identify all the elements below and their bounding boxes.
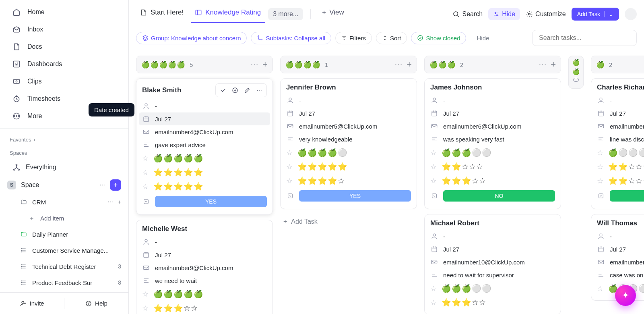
- list-label: Technical Debt Register: [32, 263, 96, 270]
- date-row[interactable]: Jul 27: [430, 243, 555, 256]
- filters-chip[interactable]: Filters: [335, 32, 372, 44]
- more-icon[interactable]: ⋯ +: [107, 199, 128, 205]
- hide-button[interactable]: Hide: [488, 8, 520, 20]
- customize-button[interactable]: Customize: [526, 10, 566, 18]
- task-card[interactable]: Blake Smith ⋯ - Jul 27 emailnumber4@Clic…: [136, 78, 273, 215]
- pin-icon: [140, 9, 147, 16]
- rating-value: 🍏🍏🍏⚪⚪: [442, 148, 492, 157]
- rating-row: ☆⭐⭐☆☆☆: [597, 160, 644, 174]
- add-task-button[interactable]: Add Task ⌄: [572, 8, 619, 21]
- search-button[interactable]: Search: [452, 10, 483, 18]
- email-value: emailnumber5@ClickUp.com: [299, 123, 411, 130]
- task-card[interactable]: Will Thomas - Jul 27 emailnumber8@ClickU…: [591, 214, 644, 301]
- nav-home[interactable]: Home: [2, 4, 126, 21]
- add-space-button[interactable]: +: [110, 179, 121, 191]
- note-value: gave expert advice: [155, 141, 267, 148]
- list-item[interactable]: Technical Debt Register3: [0, 258, 128, 274]
- svg-point-2: [16, 81, 17, 82]
- svg-point-18: [21, 282, 21, 283]
- star-icon: ☆: [142, 154, 149, 163]
- date-row[interactable]: Jul 27: [286, 107, 411, 120]
- status-badge: NO: [443, 190, 555, 202]
- subtasks-chip[interactable]: Subtasks: Collapse all: [251, 32, 331, 44]
- sort-chip[interactable]: Sort: [376, 32, 407, 44]
- task-card[interactable]: Charles Richards - Jul 27 emailnumber7@C…: [591, 78, 644, 209]
- help-button[interactable]: Help: [64, 300, 128, 307]
- hide-icon: [493, 11, 500, 17]
- svg-point-15: [21, 266, 21, 266]
- plus-icon[interactable]: +: [262, 59, 268, 70]
- fab-button[interactable]: ✦: [615, 285, 636, 306]
- more-icon[interactable]: ⋯: [99, 182, 105, 188]
- more-icon[interactable]: ⋯: [254, 85, 264, 95]
- sidebar: HomeInboxDocsDashboardsClipsTimesheetsMo…: [0, 0, 129, 314]
- date-row[interactable]: Jul 27: [597, 107, 644, 120]
- star-icon: ☆: [286, 177, 293, 185]
- add-icon[interactable]: [230, 85, 240, 95]
- more-views-button[interactable]: 3 more...: [268, 8, 303, 20]
- assignee-value: -: [299, 97, 411, 104]
- everything-item[interactable]: Everything: [2, 159, 126, 176]
- svg-rect-56: [598, 260, 604, 264]
- badge-row: NO: [430, 188, 555, 204]
- task-card[interactable]: Jennifer Brown - Jul 27 emailnumber5@Cli…: [280, 78, 417, 209]
- invite-button[interactable]: Invite: [0, 300, 64, 307]
- more-icon[interactable]: ⋯: [394, 60, 402, 69]
- card-title: Charles Richards: [597, 83, 644, 91]
- edit-icon[interactable]: [242, 85, 252, 95]
- chevron-right-icon: ›: [33, 137, 35, 143]
- svg-rect-51: [599, 111, 603, 116]
- avatar[interactable]: [625, 8, 637, 20]
- nav-inbox[interactable]: Inbox: [2, 21, 126, 38]
- task-card[interactable]: Michael Robert - Jul 27 emailnumber10@Cl…: [424, 214, 561, 314]
- add-view-button[interactable]: + View: [318, 5, 348, 23]
- space-item[interactable]: S Space ⋯ +: [0, 176, 128, 194]
- list-item[interactable]: Product Feedback Sur8: [0, 274, 128, 291]
- column-header[interactable]: 🍏🍏🍏🍏🍏 5 ⋯ +: [136, 56, 273, 73]
- column-header[interactable]: 🍏🍏🍏 2 ⋯ +: [424, 56, 561, 73]
- add-item-row[interactable]: + Add item: [0, 210, 128, 226]
- help-icon: [85, 300, 92, 307]
- date-row[interactable]: Jul 27: [430, 107, 555, 120]
- star-icon: ☆: [286, 162, 293, 171]
- date-row[interactable]: Jul 27: [597, 243, 644, 256]
- collapsed-column[interactable]: 🍏🍏: [568, 56, 584, 89]
- task-card[interactable]: James Johnson - Jul 27 emailnumber6@Clic…: [424, 78, 561, 209]
- add-task-row[interactable]: +Add Task: [280, 214, 417, 229]
- svg-point-7: [14, 113, 20, 119]
- column-header[interactable]: 🍏 2 ⋯ +: [591, 56, 644, 73]
- favorites-section[interactable]: Favorites ›: [0, 132, 128, 145]
- date-row[interactable]: Jul 27: [142, 248, 267, 261]
- hide-link[interactable]: Hide: [473, 32, 493, 44]
- svg-rect-48: [432, 247, 437, 252]
- more-icon[interactable]: ⋯: [250, 60, 258, 69]
- chevron-down-icon[interactable]: ⌄: [604, 11, 613, 17]
- nav-dashboards[interactable]: Dashboards: [2, 56, 126, 73]
- svg-point-43: [433, 98, 436, 100]
- more-icon[interactable]: ⋯: [539, 60, 547, 69]
- rating-value: 🍏🍏🍏🍏🍏: [153, 154, 204, 163]
- nav-clips[interactable]: Clips: [2, 73, 126, 90]
- plus-icon[interactable]: +: [407, 59, 412, 70]
- list-item[interactable]: Customer Service Manage...: [0, 242, 128, 258]
- nav-docs[interactable]: Docs: [2, 38, 126, 55]
- plus-icon[interactable]: +: [551, 59, 556, 70]
- rating-row: ☆⭐⭐⭐☆☆: [430, 174, 555, 188]
- rating-row: ☆⭐⭐⭐⭐☆: [286, 174, 411, 188]
- date-row[interactable]: Jul 27: [139, 112, 270, 125]
- apple-icon: 🍏: [572, 59, 580, 65]
- tab-knowledge-rating[interactable]: Knowledge Rating: [191, 5, 265, 23]
- list-item[interactable]: Daily Planner: [0, 226, 128, 242]
- group-chip[interactable]: Group: Knowledge about concern: [136, 32, 247, 44]
- task-card[interactable]: Michelle West - Jul 27 emailnumber9@Clic…: [136, 220, 273, 314]
- svg-point-47: [433, 234, 436, 236]
- column-header[interactable]: 🍏🍏🍏🍏 1 ⋯ +: [280, 56, 417, 73]
- column-count: 5: [190, 61, 193, 68]
- expand-icon[interactable]: [573, 78, 579, 82]
- show-closed-chip[interactable]: Show closed: [411, 32, 466, 44]
- crm-folder[interactable]: CRM ⋯ +: [0, 194, 128, 210]
- svg-point-27: [528, 13, 530, 15]
- search-tasks-input[interactable]: [532, 30, 637, 46]
- tab-start-here[interactable]: Start Here!: [136, 5, 188, 23]
- complete-icon[interactable]: [218, 85, 228, 95]
